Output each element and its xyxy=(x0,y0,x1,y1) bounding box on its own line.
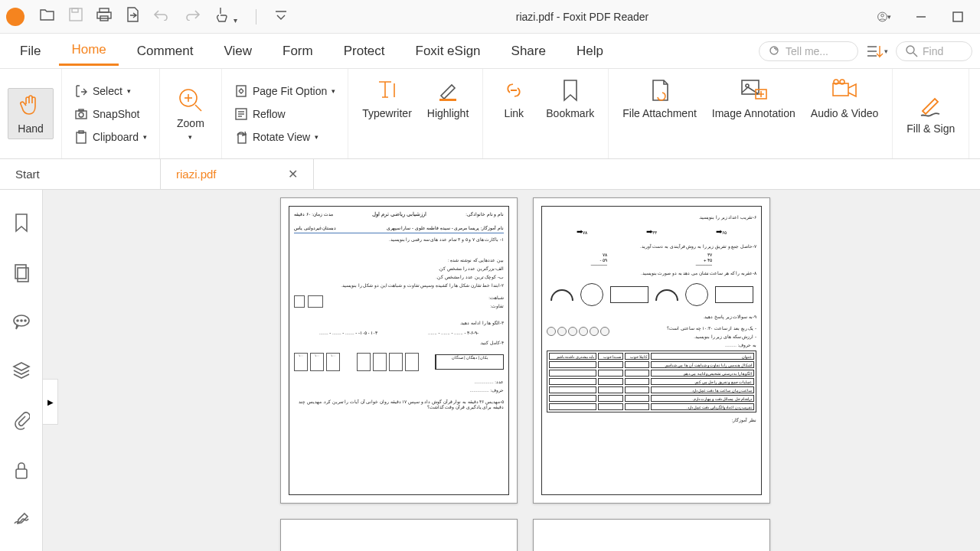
expand-sidebar-icon[interactable]: ▶ xyxy=(43,379,58,425)
comments-panel-icon[interactable] xyxy=(12,314,31,334)
svg-rect-34 xyxy=(833,83,848,96)
menu-comment[interactable]: Comment xyxy=(125,37,206,65)
menu-protect[interactable]: Protect xyxy=(332,37,397,65)
svg-rect-37 xyxy=(15,265,26,279)
typewriter-tool[interactable]: Typewriter xyxy=(356,73,418,123)
audio-video-tool[interactable]: Audio & Video xyxy=(805,73,884,123)
tellme-input[interactable]: Tell me... xyxy=(759,41,858,61)
snapshot-tool[interactable]: SnapShot xyxy=(70,104,152,124)
clipboard-tool[interactable]: Clipboard ▾ xyxy=(70,127,152,147)
page-view[interactable]: نام و نام خانوادگی:ارزشیابی ریاضی ترم او… xyxy=(43,190,980,551)
tab-document[interactable]: riazi.pdf ✕ xyxy=(161,159,314,189)
find-placeholder: Find xyxy=(923,45,943,57)
save-icon[interactable] xyxy=(69,8,83,25)
file-attachment-tool[interactable]: File Attachment xyxy=(616,73,703,123)
account-icon[interactable]: ▾ xyxy=(877,10,891,24)
menu-help[interactable]: Help xyxy=(564,37,616,65)
pdf-page-2[interactable]: ۶-تقریب اعداد زیر را بنویسید. ۶۵➡ ۳۳➡ ۷۸… xyxy=(533,197,770,504)
tab-start[interactable]: Start xyxy=(0,159,161,189)
svg-point-41 xyxy=(21,320,22,321)
zoom-label: Zoom xyxy=(177,117,204,130)
app-logo xyxy=(6,8,24,26)
fill-sign-tool[interactable]: Fill & Sign xyxy=(900,89,961,139)
print-icon[interactable] xyxy=(96,8,112,25)
svg-rect-38 xyxy=(18,268,28,282)
zoom-tool[interactable]: Zoom ▾ xyxy=(168,83,214,144)
svg-rect-24 xyxy=(237,86,246,96)
svg-point-13 xyxy=(906,46,914,54)
open-icon[interactable] xyxy=(40,8,55,25)
maximize-icon[interactable] xyxy=(951,10,965,24)
window-title: riazi.pdf - Foxit PDF Reader xyxy=(287,11,877,23)
undo-icon[interactable] xyxy=(153,8,170,24)
reading-order-icon[interactable]: ▾ xyxy=(866,44,888,58)
select-tool[interactable]: Select ▾ xyxy=(70,81,152,101)
svg-point-42 xyxy=(24,320,26,321)
svg-line-14 xyxy=(913,53,917,57)
pagefit-tool[interactable]: Page Fit Option ▾ xyxy=(230,81,340,101)
pdf-page-4[interactable] xyxy=(533,519,770,551)
pages-panel-icon[interactable] xyxy=(13,263,30,286)
attachments-panel-icon[interactable] xyxy=(13,410,30,433)
menu-home[interactable]: Home xyxy=(59,36,118,66)
svg-rect-8 xyxy=(953,12,962,21)
hand-tool[interactable]: Hand xyxy=(8,88,54,139)
pdf-page-3[interactable] xyxy=(280,519,518,551)
svg-rect-1 xyxy=(72,8,78,12)
layers-panel-icon[interactable] xyxy=(12,361,31,383)
assessment-table: عنوانکاملا خوبنسبتا خوبباید بیشتری داشته… xyxy=(547,350,756,412)
menu-form[interactable]: Form xyxy=(270,37,325,65)
rotate-tool[interactable]: Rotate View ▾ xyxy=(230,127,340,147)
svg-point-6 xyxy=(881,14,884,17)
svg-rect-3 xyxy=(97,12,111,18)
navigation-sidebar xyxy=(0,190,43,551)
svg-line-21 xyxy=(195,105,201,111)
close-tab-icon[interactable]: ✕ xyxy=(288,167,298,181)
menu-file[interactable]: File xyxy=(8,37,53,65)
security-panel-icon[interactable] xyxy=(13,461,30,484)
signatures-panel-icon[interactable] xyxy=(12,511,31,531)
svg-rect-30 xyxy=(439,99,456,101)
highlight-tool[interactable]: Highlight xyxy=(421,73,475,123)
qat-dropdown-icon[interactable] xyxy=(275,8,287,24)
link-tool[interactable]: Link xyxy=(491,73,537,123)
export-icon[interactable] xyxy=(126,7,139,26)
pdf-page-1[interactable]: نام و نام خانوادگی:ارزشیابی ریاضی ترم او… xyxy=(280,197,518,504)
touch-icon[interactable]: ▾ xyxy=(214,6,237,27)
menu-share[interactable]: Share xyxy=(499,37,558,65)
svg-rect-43 xyxy=(16,469,27,478)
svg-point-40 xyxy=(17,320,18,321)
bookmarks-panel-icon[interactable] xyxy=(13,213,30,236)
hand-label: Hand xyxy=(18,122,43,135)
redo-icon[interactable] xyxy=(184,8,201,24)
divider xyxy=(256,9,256,24)
svg-rect-17 xyxy=(79,109,83,111)
reflow-tool[interactable]: Reflow xyxy=(230,104,340,124)
find-input[interactable]: Find xyxy=(896,41,972,61)
svg-point-16 xyxy=(79,112,83,117)
tellme-placeholder: Tell me... xyxy=(786,45,828,57)
menu-view[interactable]: View xyxy=(211,37,264,65)
bookmark-tool[interactable]: Bookmark xyxy=(540,73,600,123)
svg-rect-18 xyxy=(77,132,86,143)
svg-rect-2 xyxy=(100,8,109,12)
minimize-icon[interactable] xyxy=(914,10,928,24)
image-annotation-tool[interactable]: Image Annotation xyxy=(706,73,802,123)
menu-esign[interactable]: Foxit eSign xyxy=(403,37,493,65)
